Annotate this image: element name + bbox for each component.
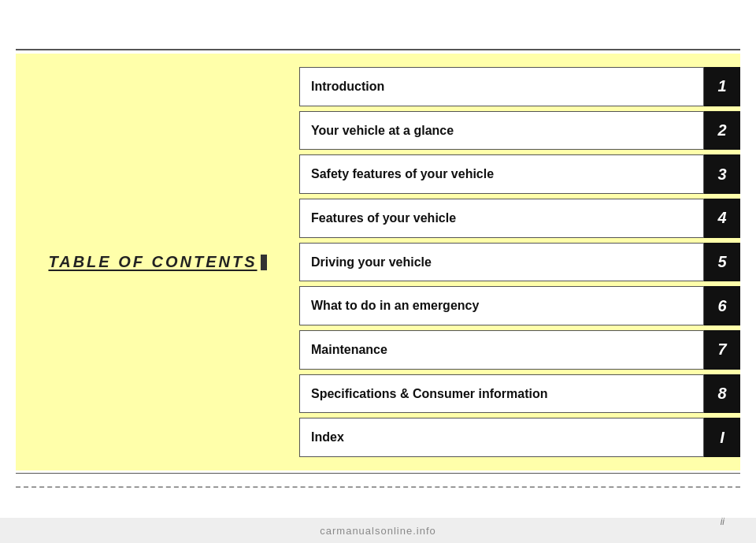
toc-label-3: Safety features of your vehicle bbox=[299, 154, 704, 194]
toc-row[interactable]: Specifications & Consumer information8 bbox=[299, 374, 740, 414]
toc-title-text: TABLE OF CONTENTS bbox=[48, 253, 257, 271]
right-panel: Introduction1Your vehicle at a glance2Sa… bbox=[299, 54, 740, 470]
toc-row[interactable]: Maintenance7 bbox=[299, 330, 740, 370]
toc-row[interactable]: IndexI bbox=[299, 418, 740, 457]
toc-row[interactable]: Driving your vehicle5 bbox=[299, 243, 740, 282]
toc-number-8: 8 bbox=[704, 374, 740, 414]
toc-number-1: 1 bbox=[704, 67, 740, 106]
main-content: TABLE OF CONTENTS Introduction1Your vehi… bbox=[16, 54, 740, 470]
toc-label-6: What to do in an emergency bbox=[299, 286, 704, 325]
toc-label-2: Your vehicle at a glance bbox=[299, 111, 704, 151]
toc-number-6: 6 bbox=[704, 286, 740, 325]
toc-row[interactable]: Features of your vehicle4 bbox=[299, 199, 740, 238]
toc-row[interactable]: Safety features of your vehicle3 bbox=[299, 154, 740, 194]
toc-cursor bbox=[261, 255, 267, 270]
watermark-text: carmanualsonline.info bbox=[320, 525, 435, 537]
toc-number-3: 3 bbox=[704, 154, 740, 194]
toc-label-4: Features of your vehicle bbox=[299, 199, 704, 238]
toc-label-5: Driving your vehicle bbox=[299, 243, 704, 282]
toc-label-8: Specifications & Consumer information bbox=[299, 374, 704, 414]
toc-label-7: Maintenance bbox=[299, 330, 704, 370]
toc-number-9: I bbox=[704, 418, 740, 457]
toc-number-5: 5 bbox=[704, 243, 740, 282]
toc-row[interactable]: Your vehicle at a glance2 bbox=[299, 111, 740, 151]
watermark-bar: carmanualsonline.info bbox=[0, 518, 756, 543]
toc-label-9: Index bbox=[299, 418, 704, 457]
toc-number-7: 7 bbox=[704, 330, 740, 370]
dashed-divider bbox=[16, 486, 740, 488]
left-panel: TABLE OF CONTENTS bbox=[16, 54, 299, 470]
toc-title: TABLE OF CONTENTS bbox=[48, 253, 266, 271]
toc-number-2: 2 bbox=[704, 111, 740, 151]
toc-row[interactable]: What to do in an emergency6 bbox=[299, 286, 740, 325]
toc-row[interactable]: Introduction1 bbox=[299, 67, 740, 106]
bottom-divider bbox=[16, 473, 740, 474]
toc-number-4: 4 bbox=[704, 199, 740, 238]
top-divider bbox=[16, 49, 740, 50]
toc-label-1: Introduction bbox=[299, 67, 704, 106]
